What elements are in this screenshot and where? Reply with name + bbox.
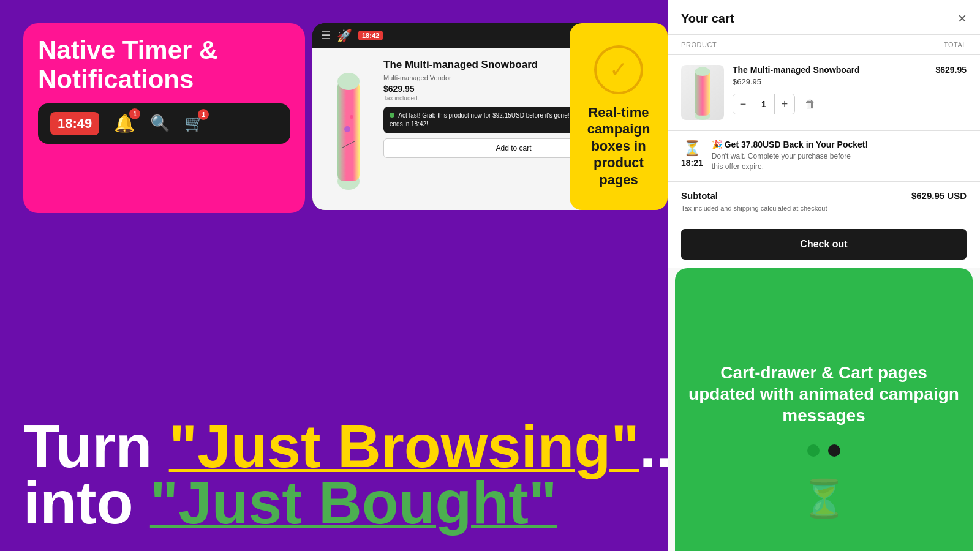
cart-badge: 1 <box>198 109 209 120</box>
rocket-icon: 🚀 <box>337 28 352 43</box>
checkmark-icon: ✓ <box>594 45 643 94</box>
subtotal-note: Tax included and shipping calculated at … <box>681 204 967 212</box>
countdown-sub1: Don't wait. Complete your purchase befor… <box>712 152 851 160</box>
svg-point-3 <box>344 126 350 132</box>
native-timer-title: Native Timer & Notifications <box>38 36 290 95</box>
subtotal-row: Subtotal $629.95 USD <box>681 190 967 201</box>
countdown-section: ⏳ 18:21 🎉 Get 37.80USD Back in Your Pock… <box>668 131 980 181</box>
menu-icon: ☰ <box>321 29 331 42</box>
tagline-line2: into "Just Bought" <box>23 473 660 533</box>
tagline-section: Turn "Just Browsing"... into "Just Bough… <box>23 416 660 533</box>
topbar-time: 18:42 <box>358 31 383 40</box>
promo-dot-2 <box>828 444 840 457</box>
cart-panel: Your cart × PRODUCT TOTAL <box>668 0 980 551</box>
bell-badge: 1 <box>129 108 140 119</box>
promo-dots <box>807 444 840 457</box>
cart-product-price: $629.95 <box>733 77 927 86</box>
cart-product-image <box>681 65 724 120</box>
snowboard-svg <box>327 68 370 190</box>
subtotal-section: Subtotal $629.95 USD Tax included and sh… <box>668 182 980 220</box>
cart-snowboard-svg <box>690 65 715 120</box>
promo-bg-icon: ⏳ <box>801 477 847 520</box>
tagline-into: into <box>23 469 150 536</box>
qty-increase-button[interactable]: + <box>775 94 794 114</box>
left-section: Native Timer & Notifications 18:49 🔔 1 🔍… <box>0 0 668 551</box>
cart-header: Your cart × <box>668 0 980 35</box>
timer-badge: 18:49 <box>50 112 99 135</box>
close-button[interactable]: × <box>958 11 967 26</box>
cart-item-total: $629.95 <box>935 65 967 75</box>
yellow-badge-card: ✓ Real-time campaign boxes in product pa… <box>570 23 668 210</box>
countdown-icon-block: ⏳ 18:21 <box>681 140 703 168</box>
countdown-campaign-sub: Don't wait. Complete your purchase befor… <box>712 151 967 172</box>
cart-product-info: The Multi-managed Snowboard $629.95 − 1 … <box>733 65 927 114</box>
checkout-section: Check out <box>668 220 980 268</box>
svg-rect-7 <box>695 70 710 116</box>
svg-point-2 <box>337 73 360 90</box>
urgency-dot <box>390 113 394 118</box>
search-icon: 🔍 <box>150 114 170 133</box>
cart-product-name: The Multi-managed Snowboard <box>733 65 927 75</box>
quantity-control: − 1 + <box>733 94 795 114</box>
cart-title: Your cart <box>681 12 734 26</box>
delete-item-button[interactable]: 🗑 <box>802 96 818 113</box>
col-product: PRODUCT <box>681 41 717 48</box>
quantity-value: 1 <box>753 94 775 114</box>
qty-decrease-button[interactable]: − <box>733 94 753 114</box>
countdown-campaign-title: 🎉 Get 37.80USD Back in Your Pocket! <box>712 140 967 149</box>
tagline-line1: Turn "Just Browsing"... <box>23 416 660 476</box>
cart-column-headers: PRODUCT TOTAL <box>668 35 980 55</box>
countdown-text: 🎉 Get 37.80USD Back in Your Pocket! Don'… <box>712 140 967 172</box>
cart-item-right: $629.95 <box>935 65 967 75</box>
svg-point-8 <box>695 67 710 76</box>
cart-item-row: The Multi-managed Snowboard $629.95 − 1 … <box>681 65 967 120</box>
snowboard-image <box>321 56 376 203</box>
countdown-sub2: this offer expire. <box>712 162 764 171</box>
hourglass-icon: ⏳ <box>683 140 701 157</box>
svg-point-4 <box>350 115 353 119</box>
col-total: TOTAL <box>944 41 967 48</box>
promo-dot-1 <box>807 444 820 457</box>
yellow-badge-text: Real-time campaign boxes in product page… <box>579 104 658 189</box>
native-timer-card: Native Timer & Notifications 18:49 🔔 1 🔍… <box>23 23 305 213</box>
promo-banner: Cart-drawer & Cart pages updated with an… <box>675 268 973 551</box>
countdown-time: 18:21 <box>681 158 703 168</box>
promo-title: Cart-drawer & Cart pages updated with an… <box>688 362 959 426</box>
bell-wrapper: 🔔 1 <box>114 113 135 133</box>
cart-wrapper: 🛒 1 <box>184 114 204 133</box>
subtotal-label: Subtotal <box>681 190 718 201</box>
timer-bar: 18:49 🔔 1 🔍 🛒 1 <box>38 103 290 144</box>
subtotal-value: $629.95 USD <box>911 190 967 201</box>
cart-item-section: The Multi-managed Snowboard $629.95 − 1 … <box>668 55 980 130</box>
tagline-bought: "Just Bought" <box>150 469 557 536</box>
checkout-button[interactable]: Check out <box>681 229 967 260</box>
